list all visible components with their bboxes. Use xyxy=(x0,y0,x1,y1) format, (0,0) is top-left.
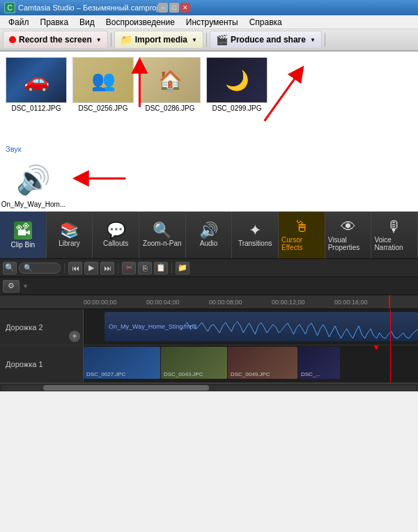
zoom-pan-label: Zoom-n-Pan xyxy=(143,240,182,247)
ruler-mark-3: 00:00:12;00 xyxy=(272,299,305,306)
menu-edit[interactable]: Правка xyxy=(35,17,75,28)
app-icon: C xyxy=(4,2,15,13)
video-clip-3[interactable]: DSC_... xyxy=(298,347,340,379)
maximize-button[interactable]: □ xyxy=(169,3,179,13)
ruler-mark-2: 00:00:08;00 xyxy=(209,299,242,306)
transitions-icon: ✦ xyxy=(249,223,261,238)
timeline-zoom-out[interactable]: 🔍 xyxy=(3,262,17,274)
visual-icon: 👁 xyxy=(341,219,356,235)
media-item-1[interactable]: DSC_0256.JPG xyxy=(72,57,134,136)
voice-label: Voice Narration xyxy=(374,236,415,251)
menu-file[interactable]: Файл xyxy=(3,17,35,28)
callouts-icon: 💬 xyxy=(107,223,125,238)
track-2-content[interactable]: On_My_Way_Home_Sting.mp3 xyxy=(84,309,418,345)
audio-label: Audio xyxy=(200,240,218,247)
record-label: Record the screen xyxy=(19,35,92,45)
effect-voice[interactable]: 🎙 Voice Narration xyxy=(371,212,418,258)
timeline-ruler: 00:00:00;00 00:00:04;00 00:00:08;00 00:0… xyxy=(0,295,418,309)
timeline-copy-btn[interactable]: ⎘ xyxy=(138,262,152,274)
effect-clip-bin[interactable]: 📽 Clip Bin xyxy=(0,212,47,258)
media-item-0[interactable]: DSC_0112.JPG xyxy=(6,57,67,136)
menu-help[interactable]: Справка xyxy=(244,17,288,28)
menubar: Файл Правка Вид Воспроизведение Инструме… xyxy=(0,15,418,29)
audio-clip-label: On_My_Way_Home_Sting.mp3 xyxy=(109,323,196,330)
scroll-thumb[interactable] xyxy=(43,385,209,391)
toolbar-separator-2 xyxy=(206,33,207,47)
timeline-toolbar: 🔍 ⏮ ▶ ⏭ ✂ ⎘ 📋 📁 xyxy=(0,259,418,277)
audio-clip[interactable]: On_My_Way_Home_Sting.mp3 xyxy=(104,312,418,341)
callouts-label: Callouts xyxy=(103,240,128,247)
produce-icon: 🎬 xyxy=(216,34,228,45)
effect-callouts[interactable]: 💬 Callouts xyxy=(93,212,139,258)
track-1-label: Дорожка 1 xyxy=(0,345,84,382)
effect-cursor[interactable]: 🖱 Cursor Effects xyxy=(279,212,325,258)
ruler-mark-0: 00:00:00;00 xyxy=(84,299,117,306)
timeline-cut-btn[interactable]: ✂ xyxy=(122,262,136,274)
timeline-bin-btn[interactable]: 📁 xyxy=(176,262,189,274)
record-button[interactable]: Record the screen ▼ xyxy=(3,31,108,49)
import-button[interactable]: 📁 Import media ▼ xyxy=(114,31,203,49)
effects-toolbar: 📽 Clip Bin 📚 Library 💬 Callouts 🔍 Zoom-n… xyxy=(0,212,418,259)
timeline: 🔍 ⏮ ▶ ⏭ ✂ ⎘ 📋 📁 ⚙ ▼ 00:00:00;00 00:00:04… xyxy=(0,259,418,391)
timeline-btn-prev[interactable]: ⏮ xyxy=(68,262,82,274)
timeline-paste-btn[interactable]: 📋 xyxy=(154,262,168,274)
scroll-track xyxy=(1,385,417,391)
produce-label: Produce and share xyxy=(231,35,306,45)
transitions-label: Transitions xyxy=(238,240,272,247)
playhead-ruler xyxy=(389,295,390,308)
timeline-sep-1 xyxy=(64,263,65,273)
track-row-2: Дорожка 2 + On_My_Way_Home_Sting.mp3 xyxy=(0,309,418,345)
sound-label-0: On_My_Way_Hom... xyxy=(1,201,65,208)
media-thumb-2 xyxy=(139,57,201,103)
toolbar-separator-3 xyxy=(325,33,325,47)
track-add-btn-2[interactable]: + xyxy=(69,331,80,342)
media-item-2[interactable]: DSC_0286.JPG xyxy=(139,57,201,136)
media-label-1: DSC_0256.JPG xyxy=(78,104,127,112)
sound-item-0[interactable]: 🔊 On_My_Way_Hom... xyxy=(6,159,61,208)
visual-label: Visual Properties xyxy=(328,236,369,251)
menu-playback[interactable]: Воспроизведение xyxy=(100,17,180,28)
menu-view[interactable]: Вид xyxy=(74,17,100,28)
timeline-search-input[interactable] xyxy=(19,263,61,274)
video-clip-0[interactable]: DSC_0027.JPC xyxy=(84,347,160,379)
timeline-btn-next[interactable]: ⏭ xyxy=(100,262,114,274)
track-1-content[interactable]: DSC_0027.JPC DSC_0043.JPC DSC_0049.JPC D… xyxy=(84,345,418,382)
close-button[interactable]: ✕ xyxy=(180,3,190,13)
media-thumb-3 xyxy=(206,57,268,103)
effect-transitions[interactable]: ✦ Transitions xyxy=(232,212,279,258)
record-dot-icon xyxy=(9,36,16,43)
menu-tools[interactable]: Инструменты xyxy=(180,17,244,28)
playhead-track-1 xyxy=(390,345,391,382)
effect-audio[interactable]: 🔊 Audio xyxy=(186,212,233,258)
library-icon: 📚 xyxy=(60,223,79,238)
sound-section-label: Звук xyxy=(0,142,418,156)
effect-zoom-pan[interactable]: 🔍 Zoom-n-Pan xyxy=(139,212,186,258)
import-label: Import media xyxy=(135,35,187,45)
cursor-icon: 🖱 xyxy=(294,219,309,235)
track-2-name: Дорожка 2 xyxy=(6,323,43,331)
track-2-label: Дорожка 2 + xyxy=(0,309,84,345)
zoom-pan-icon: 🔍 xyxy=(153,223,171,238)
video-clip-1[interactable]: DSC_0043.JPC xyxy=(161,347,227,379)
voice-icon: 🎙 xyxy=(387,219,402,235)
track-settings-btn[interactable]: ⚙ xyxy=(3,280,20,292)
video-clip-2[interactable]: DSC_0049.JPC xyxy=(228,347,297,379)
clip-0-label: DSC_0027.JPC xyxy=(86,371,125,377)
h-scrollbar[interactable] xyxy=(0,383,418,391)
clip-2-label: DSC_0049.JPC xyxy=(231,371,270,377)
clip-bin-label: Clip Bin xyxy=(11,241,35,249)
minimize-button[interactable]: – xyxy=(158,3,168,13)
import-dropdown-icon: ▼ xyxy=(192,37,197,43)
titlebar: C Camtasia Studio – Безымянный.camproj –… xyxy=(0,0,418,15)
timeline-btn-play[interactable]: ▶ xyxy=(84,262,98,274)
import-icon: 📁 xyxy=(121,34,132,45)
media-item-3[interactable]: DSC_0299.JPG xyxy=(206,57,268,136)
ruler-mark-4: 00:00:16;00 xyxy=(334,299,368,306)
effect-visual[interactable]: 👁 Visual Properties xyxy=(325,212,372,258)
media-thumb-1 xyxy=(72,57,134,103)
effect-library[interactable]: 📚 Library xyxy=(47,212,93,258)
sound-items: 🔊 On_My_Way_Hom... xyxy=(0,156,418,211)
media-thumb-0 xyxy=(6,57,67,103)
produce-button[interactable]: 🎬 Produce and share ▼ xyxy=(210,31,322,49)
media-grid: DSC_0112.JPG DSC_0256.JPG DSC_0286.JPG D… xyxy=(0,52,418,142)
